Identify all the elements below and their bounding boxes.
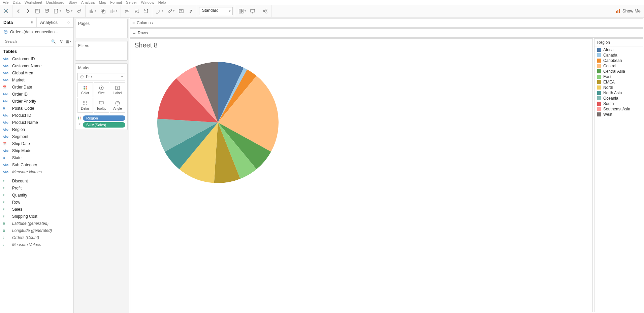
swap-axes-icon[interactable] xyxy=(123,7,131,15)
field-postal-code[interactable]: ⊕Postal Code xyxy=(0,105,73,112)
clear-icon[interactable]: ▾ xyxy=(108,7,119,15)
menu-dashboard[interactable]: Dashboard xyxy=(46,0,64,4)
field-order-priority[interactable]: AbcOrder Priority xyxy=(0,98,73,105)
svg-rect-34 xyxy=(86,101,87,103)
field-ship-date[interactable]: 📅Ship Date xyxy=(0,140,73,147)
legend-item-africa[interactable]: Africa xyxy=(594,47,643,53)
field-state[interactable]: ⊕State xyxy=(0,154,73,161)
presentation-icon[interactable] xyxy=(249,7,257,15)
forward-icon[interactable] xyxy=(24,7,32,15)
mark-tooltip[interactable]: Tooltip xyxy=(94,98,109,113)
field-customer-id[interactable]: AbcCustomer ID xyxy=(0,55,73,62)
legend-item-caribbean[interactable]: Caribbean xyxy=(594,58,643,63)
field-sales[interactable]: #Sales xyxy=(0,206,73,213)
sheet-title[interactable]: Sheet 8 xyxy=(130,39,592,52)
menu-map[interactable]: Map xyxy=(99,0,106,4)
menu-worksheet[interactable]: Worksheet xyxy=(25,0,42,4)
menu-help[interactable]: Help xyxy=(158,0,166,4)
tab-data[interactable]: Data⠿ xyxy=(0,18,37,27)
pages-shelf[interactable]: Pages xyxy=(75,19,128,38)
save-icon[interactable] xyxy=(33,7,41,15)
menu-file[interactable]: File xyxy=(3,0,9,4)
new-sheet-icon[interactable]: ▾ xyxy=(52,7,62,15)
swap-icon[interactable]: ▾ xyxy=(88,7,98,15)
sort-asc-icon[interactable] xyxy=(132,7,140,15)
svg-rect-3 xyxy=(54,9,57,13)
field-shipping-cost[interactable]: #Shipping Cost xyxy=(0,213,73,220)
view-icon[interactable]: ▦▾ xyxy=(65,39,71,44)
legend-item-north[interactable]: North xyxy=(594,85,643,90)
field-list[interactable]: AbcCustomer IDAbcCustomer NameAbcGlobal … xyxy=(0,55,73,313)
field-row[interactable]: #Row xyxy=(0,199,73,206)
field-longitude-generated-[interactable]: ⊕Longitude (generated) xyxy=(0,227,73,234)
legend-item-canada[interactable]: Canada xyxy=(594,53,643,58)
menu-format[interactable]: Format xyxy=(110,0,122,4)
field-measure-values[interactable]: #Measure Values xyxy=(0,241,73,248)
highlight-icon[interactable]: ▾ xyxy=(154,7,164,15)
field-product-name[interactable]: AbcProduct Name xyxy=(0,119,73,126)
attach-icon[interactable]: ▾ xyxy=(166,7,176,15)
redo-icon[interactable] xyxy=(75,7,83,15)
pie-chart[interactable] xyxy=(147,55,289,197)
columns-shelf[interactable]: ≡ Columns xyxy=(130,18,643,28)
dashboard-icon[interactable]: ▾ xyxy=(237,7,247,15)
legend-item-south[interactable]: South xyxy=(594,101,643,106)
share-icon[interactable] xyxy=(261,7,269,15)
filter-icon[interactable]: ∇ xyxy=(59,39,64,44)
menu-data[interactable]: Data xyxy=(13,0,21,4)
pill-sum-sales[interactable]: SUM(Sales) xyxy=(77,122,125,128)
field-ship-mode[interactable]: AbcShip Mode xyxy=(0,147,73,154)
field-region[interactable]: AbcRegion xyxy=(0,126,73,133)
mark-type-select[interactable]: Pie xyxy=(77,73,125,80)
svg-rect-5 xyxy=(91,9,92,13)
duplicate-icon[interactable] xyxy=(99,7,107,15)
field-quantity[interactable]: #Quantity xyxy=(0,192,73,199)
filters-shelf[interactable]: Filters xyxy=(75,41,128,61)
field-orders-count-[interactable]: #Orders (Count) xyxy=(0,234,73,241)
menu-analysis[interactable]: Analysis xyxy=(81,0,95,4)
legend-item-central[interactable]: Central xyxy=(594,63,643,69)
field-latitude-generated-[interactable]: ⊕Latitude (generated) xyxy=(0,220,73,227)
mark-label[interactable]: TLabel xyxy=(110,82,125,97)
field-measure-names[interactable]: AbcMeasure Names xyxy=(0,168,73,175)
field-global-area[interactable]: AbcGlobal Area xyxy=(0,69,73,76)
field-profit[interactable]: #Profit xyxy=(0,184,73,192)
tab-analytics[interactable]: Analytics◇ xyxy=(37,18,73,27)
back-icon[interactable] xyxy=(14,7,23,15)
fit-select[interactable]: Standard xyxy=(199,7,233,15)
new-datasource-icon[interactable] xyxy=(43,7,51,15)
field-customer-name[interactable]: AbcCustomer Name xyxy=(0,62,73,69)
label-icon[interactable]: T xyxy=(177,7,185,15)
legend-item-east[interactable]: East xyxy=(594,74,643,79)
legend-item-west[interactable]: West xyxy=(594,112,643,117)
field-sub-category[interactable]: AbcSub-Category xyxy=(0,161,73,168)
field-market[interactable]: AbcMarket xyxy=(0,76,73,83)
mark-color[interactable]: Color xyxy=(77,82,93,97)
pin-icon[interactable] xyxy=(187,7,195,15)
menu-window[interactable]: Window xyxy=(141,0,154,4)
pill-region[interactable]: Region xyxy=(77,115,125,121)
legend-item-southeast-asia[interactable]: Southeast Asia xyxy=(594,106,643,112)
menu-server[interactable]: Server xyxy=(126,0,137,4)
legend-item-oceania[interactable]: Oceania xyxy=(594,96,643,101)
sort-desc-icon[interactable] xyxy=(142,7,150,15)
mark-detail[interactable]: Detail xyxy=(77,98,93,113)
tableau-logo-icon[interactable] xyxy=(2,7,10,15)
field-product-id[interactable]: AbcProduct ID xyxy=(0,112,73,119)
svg-point-39 xyxy=(78,117,79,118)
field-segment[interactable]: AbcSegment xyxy=(0,133,73,140)
undo-icon[interactable]: ▾ xyxy=(64,7,74,15)
mark-angle[interactable]: Angle xyxy=(110,98,125,113)
legend-item-emea[interactable]: EMEA xyxy=(594,79,643,85)
mark-size[interactable]: Size xyxy=(94,82,109,97)
show-me-button[interactable]: Show Me xyxy=(612,8,644,13)
field-discount[interactable]: #Discount xyxy=(0,177,73,184)
field-order-id[interactable]: AbcOrder ID xyxy=(0,91,73,98)
legend-item-central-asia[interactable]: Central Asia xyxy=(594,69,643,74)
legend-item-north-asia[interactable]: North Asia xyxy=(594,90,643,96)
field-order-date[interactable]: 📅Order Date xyxy=(0,83,73,91)
menu-story[interactable]: Story xyxy=(68,0,77,4)
search-input[interactable]: 🔍 xyxy=(3,38,57,45)
datasource-row[interactable]: Orders (data_connection... xyxy=(0,28,73,36)
rows-shelf[interactable]: ≣ Rows xyxy=(130,28,643,38)
